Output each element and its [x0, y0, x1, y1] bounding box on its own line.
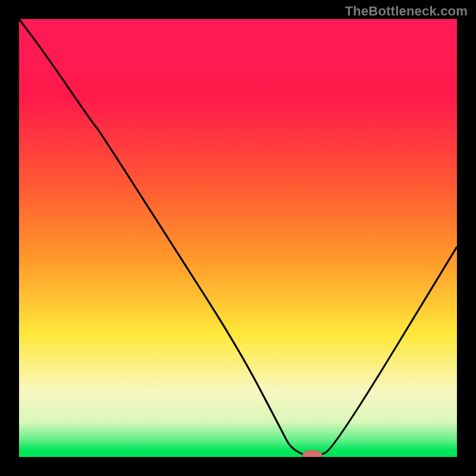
chart-container: TheBottleneck.com	[0, 0, 476, 476]
green-baseline-band	[19, 450, 457, 457]
plot-area	[19, 19, 457, 457]
bottleneck-chart-svg	[19, 19, 457, 457]
attribution-text: TheBottleneck.com	[345, 4, 468, 19]
gradient-background	[19, 19, 457, 457]
optimal-point-marker	[303, 450, 322, 457]
